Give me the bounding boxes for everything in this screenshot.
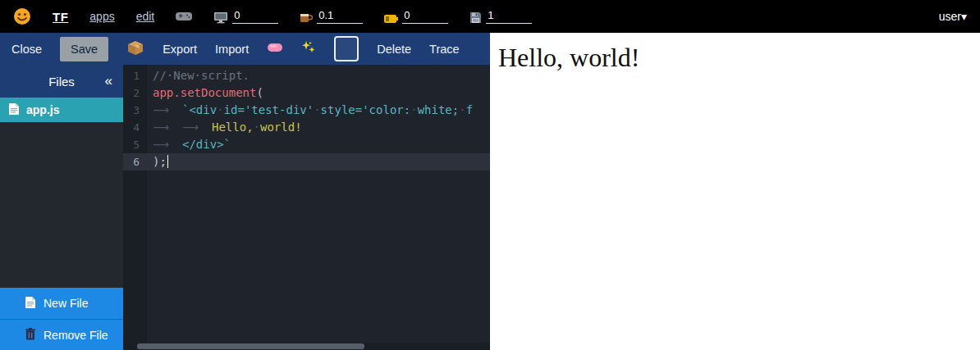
import-button[interactable]: Import [215, 43, 249, 56]
collapse-panel-button[interactable]: « [105, 65, 112, 98]
topbar: TF apps edit 0 0.1 0 [0, 0, 980, 33]
floppy-icon [469, 11, 482, 24]
remove-file-button[interactable]: Remove File [0, 319, 123, 350]
blank-button[interactable] [334, 36, 359, 61]
battery-icon [384, 14, 398, 24]
mug-count-field[interactable]: 0.1 [317, 9, 363, 24]
files-header-label: Files [48, 75, 75, 89]
new-file-icon [25, 296, 36, 311]
trash-icon [25, 327, 36, 343]
rendered-output-text: Hello, world! [498, 43, 972, 73]
file-icon [8, 102, 20, 118]
sparkles-icon [301, 40, 316, 57]
text-cursor [167, 155, 168, 168]
mug-counter: 0.1 [300, 9, 363, 24]
gamepad-icon[interactable] [176, 11, 192, 22]
workbench: Close Save Export Import [0, 33, 490, 350]
close-button[interactable]: Close [11, 43, 42, 56]
trace-button[interactable]: Trace [429, 43, 460, 56]
file-name: app.js [26, 103, 59, 116]
editor-lines: 1//·New·script.2app.setDocument(3⟶`<div·… [123, 65, 490, 170]
delete-button[interactable]: Delete [377, 43, 411, 56]
sparkles-icon-button[interactable] [301, 40, 316, 57]
user-menu-button[interactable]: user▾ [939, 10, 967, 23]
code-line-6[interactable]: 6); [123, 153, 490, 170]
line-number: 2 [123, 84, 147, 102]
line-number: 5 [123, 136, 147, 153]
line-number: 3 [123, 102, 147, 119]
scrollbar-thumb[interactable] [137, 343, 364, 349]
monitor-counter: 0 [213, 9, 278, 24]
monitor-count-field[interactable]: 0 [232, 9, 278, 24]
floppy-counter: 1 [469, 9, 532, 24]
code-line-2[interactable]: 2app.setDocument( [123, 84, 490, 102]
save-button[interactable]: Save [60, 37, 108, 61]
remove-file-label: Remove File [44, 329, 108, 342]
battery-count-field[interactable]: 0 [402, 9, 448, 24]
code-editor[interactable]: 1//·New·script.2app.setDocument(3⟶`<div·… [123, 65, 490, 350]
nav-edit-link[interactable]: edit [136, 10, 155, 23]
code-line-1[interactable]: 1//·New·script. [123, 67, 490, 84]
files-header: Files « [0, 65, 123, 98]
workrow: Files « app.js [0, 65, 490, 350]
nav-apps-link[interactable]: apps [89, 10, 114, 23]
package-icon [126, 39, 144, 58]
soap-icon-button[interactable] [267, 42, 283, 56]
floppy-count-field[interactable]: 1 [486, 9, 532, 24]
export-button[interactable]: Export [163, 43, 197, 56]
main-area: Close Save Export Import [0, 33, 980, 350]
line-number: 1 [123, 67, 147, 84]
smiley-logo-icon[interactable] [13, 7, 31, 25]
code-line-5[interactable]: 5⟶</div>` [123, 136, 490, 153]
line-number: 4 [123, 119, 147, 136]
editor-toolbar: Close Save Export Import [0, 33, 490, 65]
files-panel: Files « app.js [0, 65, 123, 350]
code-line-3[interactable]: 3⟶`<div·id='test-div'·style='color:·whit… [123, 102, 490, 119]
editor-horizontal-scrollbar[interactable] [123, 343, 490, 350]
output-panel: Hello, world! [490, 33, 980, 350]
mug-icon [300, 11, 313, 24]
code-line-4[interactable]: 4⟶⟶Hello,·world! [123, 119, 490, 136]
file-list: app.js [0, 98, 123, 288]
new-file-label: New File [44, 297, 88, 310]
app-window: TF apps edit 0 0.1 0 [0, 0, 980, 350]
battery-counter: 0 [384, 9, 448, 24]
file-item-appjs[interactable]: app.js [0, 98, 123, 122]
brand-link[interactable]: TF [53, 10, 68, 24]
line-number: 6 [123, 153, 147, 170]
package-icon-button[interactable] [126, 39, 144, 58]
new-file-button[interactable]: New File [0, 288, 123, 319]
monitor-icon [213, 11, 228, 24]
soap-icon [267, 42, 283, 56]
